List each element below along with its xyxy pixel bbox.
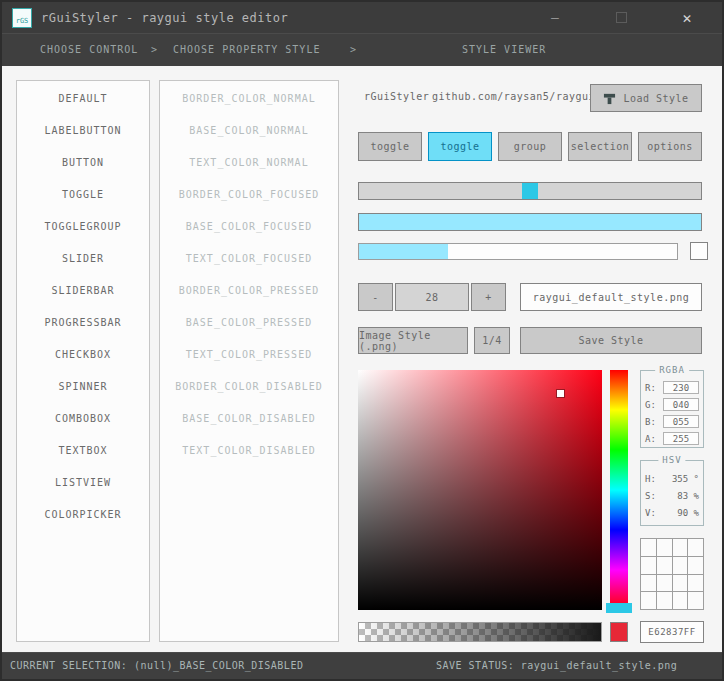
hue-bar[interactable] (610, 370, 628, 610)
status-current-selection: CURRENT SELECTION: (null)_BASE_COLOR_DIS… (10, 660, 303, 671)
progressbar-control (358, 243, 678, 260)
load-style-button[interactable]: Load Style (590, 84, 702, 112)
control-list-item[interactable]: LISTVIEW (17, 467, 149, 499)
maximize-button[interactable] (610, 7, 632, 29)
toggle-option-button[interactable]: group (498, 132, 562, 161)
toggle-group-control: toggletogglegroupselectionoptions (358, 132, 702, 161)
minimize-button[interactable]: — (544, 7, 566, 29)
control-list-item[interactable]: PROGRESSBAR (17, 307, 149, 339)
alpha-bar[interactable] (358, 622, 602, 642)
controls-list-panel: DEFAULTLABELBUTTONBUTTONTOGGLETOGGLEGROU… (16, 80, 150, 642)
rgba-group-label: RGBA (655, 365, 689, 375)
color-picker-marker[interactable] (557, 390, 564, 397)
color-picker-panel[interactable] (358, 370, 602, 610)
color-swatch-cell[interactable] (641, 575, 656, 592)
rgba-row-r: R: 230 (641, 379, 703, 396)
color-swatch-cell[interactable] (641, 557, 656, 574)
color-swatch-cell[interactable] (641, 592, 656, 609)
color-swatch-cell[interactable] (688, 557, 703, 574)
control-list-item[interactable]: COLORPICKER (17, 499, 149, 531)
rgba-key-r: R: (645, 383, 656, 393)
maximize-icon (616, 12, 627, 23)
toggle-option-button[interactable]: options (638, 132, 702, 161)
menu-item-choose-control[interactable]: CHOOSE CONTROL (40, 44, 138, 55)
hsv-value-s: 83 % (677, 491, 699, 501)
menu-item-choose-property-style[interactable]: CHOOSE PROPERTY STYLE (173, 44, 320, 55)
title-bar: rGS rGuiStyler - raygui style editor — ✕ (2, 2, 722, 33)
control-list-item[interactable]: LABELBUTTON (17, 115, 149, 147)
color-swatch-cell[interactable] (657, 557, 672, 574)
color-swatch-cell[interactable] (673, 539, 688, 556)
control-list-item[interactable]: DEFAULT (17, 83, 149, 115)
property-list-item[interactable]: BASE_COLOR_DISABLED (160, 403, 338, 435)
app-window: rGS rGuiStyler - raygui style editor — ✕… (0, 0, 724, 681)
spinner-minus-button[interactable]: - (358, 283, 393, 311)
slider-control[interactable] (358, 182, 702, 200)
style-filename-input[interactable]: raygui_default_style.png (520, 283, 702, 311)
color-swatch-cell[interactable] (688, 575, 703, 592)
color-swatch-cell[interactable] (641, 539, 656, 556)
load-style-label: Load Style (623, 93, 688, 104)
rgba-value-g[interactable]: 040 (663, 398, 699, 411)
property-list-item[interactable]: TEXT_COLOR_FOCUSED (160, 243, 338, 275)
property-list-item[interactable]: BORDER_COLOR_FOCUSED (160, 179, 338, 211)
control-list-item[interactable]: COMBOBOX (17, 403, 149, 435)
rgba-value-a[interactable]: 255 (663, 432, 699, 445)
color-swatch-cell[interactable] (673, 592, 688, 609)
color-swatch-cell[interactable] (673, 557, 688, 574)
property-list-item[interactable]: TEXT_COLOR_DISABLED (160, 435, 338, 467)
control-list-item[interactable]: TOGGLEGROUP (17, 211, 149, 243)
color-swatch-cell[interactable] (688, 592, 703, 609)
rgba-group: RGBA R: 230 G: 040 B: 055 A: 255 (640, 370, 704, 448)
control-list-item[interactable]: TOGGLE (17, 179, 149, 211)
close-button[interactable]: ✕ (676, 7, 698, 29)
color-swatch-cell[interactable] (688, 539, 703, 556)
property-list-item[interactable]: BASE_COLOR_NORMAL (160, 115, 338, 147)
property-list-item[interactable]: TEXT_COLOR_PRESSED (160, 339, 338, 371)
sliderbar-control[interactable] (358, 213, 702, 231)
brand-label: rGuiStyler (364, 91, 429, 102)
color-swatch-cell[interactable] (657, 539, 672, 556)
checkbox-control[interactable] (690, 242, 708, 260)
property-list-item[interactable]: BORDER_COLOR_DISABLED (160, 371, 338, 403)
rgba-value-b[interactable]: 055 (663, 415, 699, 428)
hsv-group-label: HSV (658, 455, 685, 465)
toggle-option-button[interactable]: selection (568, 132, 632, 161)
color-swatch-cell[interactable] (657, 575, 672, 592)
hsv-key-s: S: (645, 491, 656, 501)
hsv-row-h: H: 355 ° (641, 470, 703, 487)
property-list-item[interactable]: BORDER_COLOR_PRESSED (160, 275, 338, 307)
control-list-item[interactable]: SLIDER (17, 243, 149, 275)
control-list-item[interactable]: BUTTON (17, 147, 149, 179)
property-list-item[interactable]: BASE_COLOR_PRESSED (160, 307, 338, 339)
color-swatch-cell[interactable] (657, 592, 672, 609)
styler-tool-icon (603, 92, 616, 105)
hsv-key-v: V: (645, 508, 656, 518)
property-list-item[interactable]: BORDER_COLOR_NORMAL (160, 83, 338, 115)
control-list-item[interactable]: TEXTBOX (17, 435, 149, 467)
progressbar-fill (359, 244, 448, 259)
slider-handle[interactable] (522, 183, 538, 199)
hex-value-box[interactable]: E62837FF (640, 621, 704, 643)
control-list-item[interactable]: CHECKBOX (17, 339, 149, 371)
toggle-option-button[interactable]: toggle (358, 132, 422, 161)
toggle-option-button[interactable]: toggle (428, 132, 492, 161)
color-swatch-cell[interactable] (673, 575, 688, 592)
save-style-button[interactable]: Save Style (520, 327, 702, 354)
close-icon: ✕ (682, 9, 691, 27)
image-ratio-button[interactable]: 1/4 (474, 327, 510, 354)
image-style-button[interactable]: Image Style (.png) (358, 327, 468, 354)
property-list-item[interactable]: BASE_COLOR_FOCUSED (160, 211, 338, 243)
property-list-item[interactable]: TEXT_COLOR_NORMAL (160, 147, 338, 179)
rgba-key-b: B: (645, 417, 656, 427)
status-bar: CURRENT SELECTION: (null)_BASE_COLOR_DIS… (2, 652, 722, 679)
spinner-plus-button[interactable]: + (471, 283, 506, 311)
spinner-value-box[interactable]: 28 (395, 283, 469, 311)
hue-indicator[interactable] (606, 603, 632, 613)
current-color-swatch (610, 622, 628, 642)
hsv-key-h: H: (645, 474, 656, 484)
menu-item-style-viewer[interactable]: STYLE VIEWER (462, 44, 546, 55)
control-list-item[interactable]: SLIDERBAR (17, 275, 149, 307)
control-list-item[interactable]: SPINNER (17, 371, 149, 403)
rgba-value-r[interactable]: 230 (663, 381, 699, 394)
